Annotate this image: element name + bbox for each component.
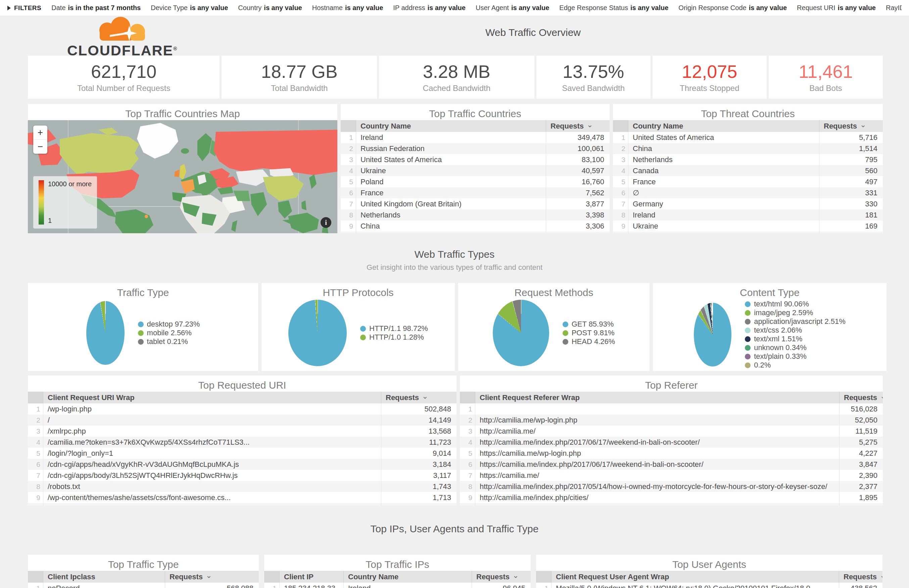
legend-item-http-1-1[interactable]: HTTP/1.1 98.72% [360, 324, 428, 333]
filter-item-country[interactable]: Countryis any value [238, 4, 302, 12]
column-header-requests[interactable]: Requests⌄ [839, 392, 883, 404]
table-row[interactable]: 9China3,306 [341, 221, 610, 232]
filter-item-ip-address[interactable]: IP addressis any value [393, 4, 466, 12]
column-header-client-request-referer-wrap[interactable]: Client Request Referer Wrap [475, 392, 839, 404]
table-row[interactable]: 1Ireland349,478 [341, 132, 610, 143]
table-row[interactable]: 10Canada2,245 [341, 232, 610, 233]
table-row[interactable]: 5/login/?login_only=19,014 [28, 448, 457, 459]
filter-field-label: Device Type [151, 4, 187, 12]
table-row[interactable]: 9/wp-content/themes/ashe/assets/css/font… [28, 492, 457, 503]
table-row[interactable]: 4/camilia.me?token=s3+7k6XQvKwzp5/4XSs4r… [28, 437, 457, 448]
legend-item-text-css[interactable]: text/css 2.06% [745, 326, 846, 334]
column-header-requests[interactable]: Requests⌄ [471, 571, 531, 583]
column-header-client-request-user-agent-wrap[interactable]: Client Request User Agent Wrap [552, 571, 839, 583]
table-row[interactable]: 9Ukraine169 [613, 221, 883, 232]
filter-item-user-agent[interactable]: User Agentis any value [476, 4, 549, 12]
table-row[interactable]: 2http://camilia.me/wp-login.php52,050 [460, 415, 883, 426]
table-row[interactable]: 3Netherlands795 [613, 154, 883, 165]
column-header-requests[interactable]: Requests⌄ [165, 571, 259, 583]
table-row[interactable]: 7United Kingdom (Great Britain)3,877 [341, 198, 610, 209]
map-info-icon[interactable]: i [321, 217, 331, 228]
table-row[interactable]: 1185.234.218.33Ireland96,945 [264, 583, 531, 588]
filter-item-rayid[interactable]: RayIDis any value [886, 4, 902, 12]
table-row[interactable]: 1516,028 [460, 404, 883, 415]
table-row[interactable]: 4Canada560 [613, 165, 883, 176]
filter-item-hostname[interactable]: Hostnameis any value [312, 4, 383, 12]
legend-item-text-xml[interactable]: text/xml 1.51% [745, 334, 846, 343]
filter-item-request-uri[interactable]: Request URIis any value [797, 4, 876, 12]
table-row[interactable]: 6https://camilia.me/index.php/2017/06/17… [460, 459, 883, 470]
table-row[interactable]: 7Germany330 [613, 198, 883, 209]
filter-item-origin-response-code[interactable]: Origin Response Codeis any value [678, 4, 787, 12]
table-row[interactable]: 7https://camilia.me/2,390 [460, 470, 883, 481]
legend-item-post[interactable]: POST 9.81% [563, 329, 615, 337]
legend-item-get[interactable]: GET 85.93% [563, 320, 615, 329]
zoom-in-button[interactable]: + [33, 126, 47, 140]
column-header-requests[interactable]: Requests⌄ [839, 571, 883, 583]
zoom-out-button[interactable]: − [33, 140, 47, 154]
filter-item-edge-response-status[interactable]: Edge Response Statusis any value [559, 4, 668, 12]
content-type-pie[interactable] [694, 303, 731, 367]
table-row[interactable]: 8Ireland181 [613, 209, 883, 221]
column-header-requests[interactable]: Requests⌄ [819, 120, 883, 132]
filters-toggle[interactable]: FILTERS [7, 4, 41, 12]
table-row[interactable]: 5Poland16,760 [341, 176, 610, 187]
table-row[interactable]: 3United States of America83,100 [341, 154, 610, 165]
cell-client-ipclass: noRecord [43, 583, 165, 588]
table-row[interactable]: 6∅331 [613, 187, 883, 198]
column-header-country-name[interactable]: Country Name [628, 120, 819, 132]
table-row[interactable]: 5https://camilia.me/wp-login.php4,227 [460, 448, 883, 459]
legend-item-text-html[interactable]: text/html 90.06% [745, 300, 846, 309]
table-row[interactable]: 4http://camilia.me/index.php/2017/06/17/… [460, 437, 883, 448]
legend-item-unknown[interactable]: unknown 0.34% [745, 343, 846, 352]
table-row[interactable]: 9http://camilia.me/index.php/cities/1,89… [460, 492, 883, 503]
world-map[interactable]: + − 10000 or more 1 i [28, 120, 337, 233]
column-header-country-name[interactable]: Country Name [343, 571, 471, 583]
column-header-client-request-uri-wrap[interactable]: Client Request URI Wrap [43, 392, 381, 404]
column-header-requests[interactable]: Requests⌄ [381, 392, 457, 404]
table-row[interactable]: 10Singapore158 [613, 232, 883, 233]
table-row[interactable]: 8Netherlands3,398 [341, 209, 610, 221]
table-row[interactable]: 2/14,149 [28, 415, 457, 426]
table-row[interactable]: 1Mozilla/5.0 (Windows NT 6.1; WOW64; rv:… [536, 583, 883, 588]
table-row[interactable]: 6France7,562 [341, 187, 610, 198]
legend-item-text-plain[interactable]: text/plain 0.33% [745, 352, 846, 361]
legend-item-desktop[interactable]: desktop 97.23% [138, 320, 200, 329]
table-row[interactable]: 1noRecord568,088 [28, 583, 259, 588]
table-row[interactable]: 4Ukraine40,597 [341, 165, 610, 176]
column-header-requests[interactable]: Requests⌄ [546, 120, 610, 132]
cell-requests: 4,227 [839, 448, 883, 459]
filter-item-date[interactable]: Dateis in the past 7 months [52, 4, 140, 12]
table-row[interactable]: 10/wp-content/themes/ashe/style.css?ver=… [28, 503, 457, 506]
column-header-client-ipclass[interactable]: Client Ipclass [43, 571, 165, 583]
row-index: 2 [460, 415, 475, 426]
legend-item-image-jpeg[interactable]: image/jpeg 2.59% [745, 309, 846, 317]
request-methods-pie[interactable] [493, 300, 549, 366]
legend-item-head[interactable]: HEAD 4.26% [563, 337, 615, 346]
table-row[interactable]: 8/robots.txt1,743 [28, 481, 457, 492]
column-header-country-name[interactable]: Country Name [356, 120, 546, 132]
table-row[interactable]: 6/cdn-cgi/apps/head/xVgyKhR-vV3dAUGhMqfB… [28, 459, 457, 470]
legend-item-0-2pct[interactable]: 0.2% [745, 361, 846, 370]
table-row[interactable]: 1United States of America5,716 [613, 132, 883, 143]
legend-item-application-javascript[interactable]: application/javascript 2.51% [745, 317, 846, 326]
table-row[interactable]: 2China1,514 [613, 143, 883, 154]
table-row[interactable]: 3http://camilia.me/11,519 [460, 426, 883, 437]
traffic-type-pie[interactable] [86, 301, 124, 365]
legend-item-mobile[interactable]: mobile 2.56% [138, 329, 200, 337]
legend-color-dot [745, 362, 751, 368]
table-row[interactable]: 7/cdn-cgi/apps/body/3Lh52SjWTQ4HRlErJykH… [28, 470, 457, 481]
legend-item-http-1-0[interactable]: HTTP/1.0 1.28% [360, 333, 428, 342]
filter-item-device-type[interactable]: Device Typeis any value [151, 4, 228, 12]
legend-item-tablet[interactable]: tablet 0.21% [138, 337, 200, 346]
column-header-client-ip[interactable]: Client IP [279, 571, 343, 583]
table-row[interactable]: 2Russian Federation100,061 [341, 143, 610, 154]
table-row[interactable]: 5France497 [613, 176, 883, 187]
http-protocols-pie[interactable] [288, 300, 347, 366]
table-row[interactable]: 1/wp-login.php502,848 [28, 404, 457, 415]
table-row[interactable]: 3/xmlrpc.php13,568 [28, 426, 457, 437]
table-row[interactable]: 10http://camilia.me/index.php/about/1,47… [460, 503, 883, 506]
row-index: 2 [341, 143, 356, 154]
row-index: 6 [341, 187, 356, 198]
table-row[interactable]: 8http://camilia.me/index.php/2017/05/14/… [460, 481, 883, 492]
